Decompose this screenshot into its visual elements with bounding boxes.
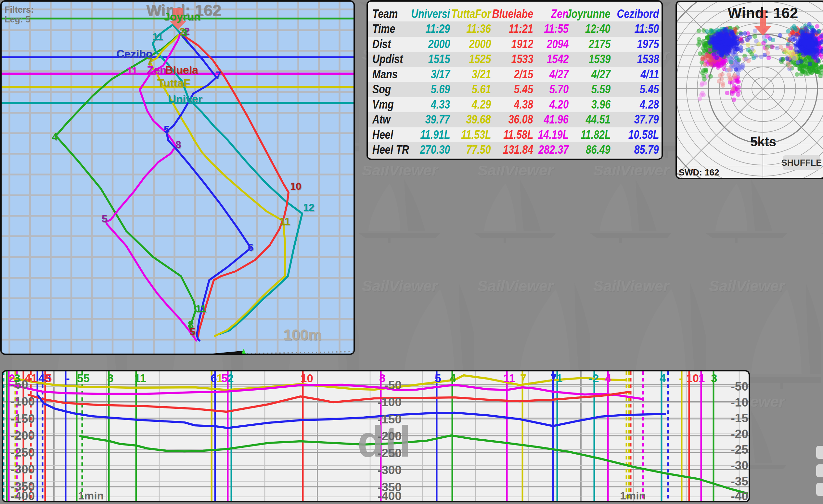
svg-text:11: 11 — [134, 372, 146, 384]
svg-text:-: - — [66, 372, 70, 384]
svg-text:-200: -200 — [377, 430, 401, 443]
svg-text:SHUFFLE: SHUFFLE — [781, 158, 822, 168]
svg-text:1min: 1min — [620, 489, 646, 501]
svg-text:-400: -400 — [377, 489, 401, 501]
svg-text:11: 11 — [280, 216, 290, 227]
svg-text:5: 5 — [221, 372, 227, 384]
svg-text:-250: -250 — [11, 446, 35, 459]
svg-text:-300: -300 — [11, 463, 35, 476]
svg-text:8: 8 — [379, 372, 385, 384]
svg-text:41: 41 — [25, 372, 37, 384]
svg-text:Univer: Univer — [168, 93, 202, 105]
svg-text:5: 5 — [190, 326, 195, 338]
svg-text:-40: -40 — [731, 489, 748, 501]
svg-text:7: 7 — [147, 56, 152, 67]
svg-text:-30: -30 — [731, 459, 748, 472]
svg-text:Filters:: Filters: — [5, 5, 34, 15]
svg-text:11: 11 — [127, 65, 137, 77]
svg-text:4: 4 — [52, 131, 58, 143]
svg-text:4: 4 — [450, 372, 456, 384]
svg-text:6: 6 — [210, 372, 217, 384]
svg-text:3: 3 — [711, 372, 717, 384]
svg-text:8: 8 — [175, 139, 181, 150]
svg-text:1: 1 — [698, 372, 705, 384]
svg-text:2: 2 — [593, 372, 599, 384]
svg-text:55: 55 — [77, 372, 90, 384]
svg-text:Bluela: Bluela — [165, 64, 198, 76]
svg-text:3: 3 — [14, 372, 20, 384]
svg-text:10: 10 — [686, 372, 699, 384]
svg-text:8: 8 — [107, 372, 113, 384]
svg-text:7: 7 — [520, 372, 526, 384]
svg-text:-: - — [679, 372, 683, 384]
svg-text:-15: -15 — [731, 411, 748, 425]
svg-text:10: 10 — [290, 181, 301, 192]
svg-text:-: - — [589, 372, 593, 384]
svg-text:5: 5 — [164, 124, 169, 135]
svg-text:11: 11 — [152, 31, 163, 42]
svg-text:-50: -50 — [384, 378, 401, 392]
svg-text:4: 4 — [660, 372, 666, 384]
svg-text:1min: 1min — [78, 489, 104, 501]
svg-text:5: 5 — [435, 372, 441, 384]
svg-text:4: 4 — [605, 372, 612, 384]
svg-text:-25: -25 — [731, 443, 748, 456]
svg-text:-20: -20 — [731, 427, 748, 441]
svg-text:10: 10 — [301, 372, 313, 384]
svg-text:TuttaF: TuttaF — [157, 77, 190, 89]
svg-text:-10: -10 — [731, 396, 748, 409]
svg-text:Wind: 162: Wind: 162 — [728, 5, 798, 21]
svg-text:-250: -250 — [377, 447, 401, 460]
svg-text:Leg: 5: Leg: 5 — [5, 15, 30, 24]
svg-text:-400: -400 — [11, 489, 35, 501]
svg-text:-200: -200 — [11, 429, 35, 442]
svg-text:1: 1 — [556, 372, 562, 384]
svg-text:2: 2 — [227, 372, 233, 384]
svg-text:-100: -100 — [377, 395, 401, 409]
svg-text:-150: -150 — [377, 413, 401, 426]
svg-text:3: 3 — [182, 27, 187, 39]
svg-text:-300: -300 — [377, 463, 401, 477]
svg-text:5: 5 — [102, 213, 107, 224]
svg-text:-150: -150 — [11, 412, 35, 426]
svg-text:11: 11 — [503, 372, 515, 384]
svg-text:6: 6 — [248, 242, 254, 253]
svg-text:SWD: 162: SWD: 162 — [679, 168, 719, 177]
svg-text:7: 7 — [215, 69, 221, 81]
svg-text:100m: 100m — [283, 326, 322, 343]
svg-text:-35: -35 — [731, 475, 748, 488]
svg-text:Joyrun: Joyrun — [164, 10, 200, 23]
svg-text:-100: -100 — [11, 395, 35, 408]
svg-text:7: 7 — [550, 372, 556, 384]
svg-text:-50: -50 — [731, 380, 748, 393]
svg-text:5kts: 5kts — [750, 135, 776, 149]
svg-text:11: 11 — [196, 303, 206, 315]
svg-text:5: 5 — [45, 372, 52, 384]
svg-text:12: 12 — [303, 202, 314, 213]
